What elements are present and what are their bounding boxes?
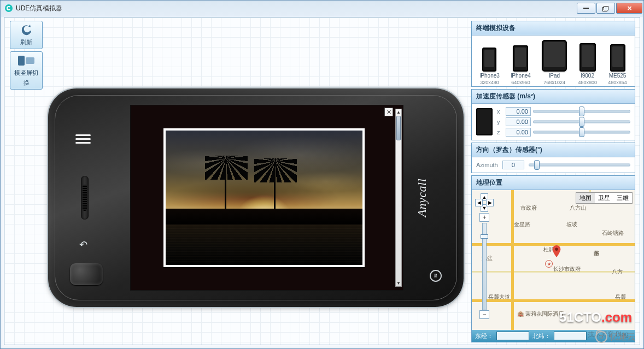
geo-pane: 地理位置 金星路 坡坡 石岭塘路 杜鹃路 泥盆 岳华路 岳麓大 xyxy=(471,175,635,342)
device-res: 480x800 xyxy=(578,80,597,85)
pan-right-button[interactable]: ▶ xyxy=(486,199,494,206)
map-pin-icon xyxy=(551,245,563,257)
lng-input[interactable] xyxy=(496,332,529,340)
map-label: 坡坡 xyxy=(566,221,577,228)
phone-icon xyxy=(482,48,496,72)
accel-y-slider[interactable] xyxy=(533,119,630,125)
accel-x-label: x xyxy=(497,108,504,115)
window-close-button[interactable]: ✕ xyxy=(616,3,642,14)
rotate-button[interactable]: 横竖屏切换 xyxy=(10,51,43,90)
device-i9002[interactable]: i9002480x800 xyxy=(578,43,597,85)
phone-screen[interactable]: ✕ ▲ ▼ xyxy=(130,105,403,291)
rotate-icon xyxy=(17,54,36,66)
device-res: 640x960 xyxy=(511,80,530,85)
zoom-out-button[interactable]: − xyxy=(479,310,489,319)
device-label: iPhone3 xyxy=(479,73,500,79)
accel-z-label: z xyxy=(497,129,504,135)
devices-title: 终端模拟设备 xyxy=(472,21,635,36)
compass-title: 方向（罗盘）传感器(°) xyxy=(472,143,635,157)
device-res: 320x480 xyxy=(480,80,499,85)
device-iphone4[interactable]: iPhone4640x960 xyxy=(511,45,531,85)
scroll-up-button[interactable]: ▲ xyxy=(396,109,401,115)
map-label: 八方 xyxy=(612,268,623,276)
map-type-tabs: 地图 卫星 三维 xyxy=(576,192,633,204)
phone-icon xyxy=(513,45,528,72)
zoom-in-button[interactable]: + xyxy=(479,213,489,222)
device-ipad[interactable]: iPad768x1024 xyxy=(542,40,567,85)
window-maximize-button[interactable] xyxy=(596,3,615,14)
window-minimize-button[interactable] xyxy=(577,3,595,14)
accel-z-slider[interactable] xyxy=(533,129,630,135)
svg-rect-1 xyxy=(26,57,34,64)
accel-x-value: 0.00 xyxy=(506,107,531,116)
scroll-thumb[interactable] xyxy=(396,116,401,140)
map-zoom-control: ▲ ▼ ◀ ▶ + − xyxy=(475,193,494,320)
titlebar: UDE仿真模拟器 ✕ xyxy=(1,1,643,16)
toolbar: 刷新 横竖屏切换 xyxy=(10,21,43,90)
phone-mock: ↶ Anycall ꖦ ✕ ▲ ▼ xyxy=(48,88,464,307)
compass-slider[interactable] xyxy=(529,162,630,168)
rotate-label: 横竖屏切换 xyxy=(14,69,38,86)
map-label: 🏨 茉莉花国际酒店 xyxy=(517,310,564,318)
lat-input[interactable] xyxy=(554,332,587,340)
svg-point-2 xyxy=(555,247,558,251)
geo-title: 地理位置 xyxy=(472,176,635,190)
phone-icon xyxy=(610,44,625,72)
map-label: 八方山 xyxy=(570,204,586,212)
accel-title: 加速度传感器 (m/s²) xyxy=(472,90,635,104)
compass-value: 0 xyxy=(502,161,524,169)
accel-y-value: 0.00 xyxy=(506,117,531,126)
map-tab-sat[interactable]: 卫星 xyxy=(595,193,613,203)
app-icon xyxy=(5,4,13,12)
accel-y-label: y xyxy=(497,119,504,125)
svg-rect-0 xyxy=(18,56,25,66)
map-canvas[interactable]: 金星路 坡坡 石岭塘路 杜鹃路 泥盆 岳华路 岳麓大道 岳麓 市政府 八方山 八… xyxy=(472,190,635,330)
lat-label: 北纬： xyxy=(532,332,551,340)
device-res: 480x854 xyxy=(608,80,627,85)
pan-left-button[interactable]: ◀ xyxy=(475,199,483,206)
device-label: iPad xyxy=(549,73,560,79)
phone-earpiece xyxy=(81,176,89,220)
scrollbar[interactable]: ▲ ▼ xyxy=(395,109,402,287)
zoom-slider[interactable] xyxy=(482,223,487,310)
app-window: UDE仿真模拟器 ✕ 刷新 横竖屏切换 ↶ Anycall ꖦ xyxy=(0,0,644,349)
refresh-label: 刷新 xyxy=(20,39,32,45)
accel-device-icon xyxy=(476,108,493,135)
accel-pane: 加速度传感器 (m/s²) x0.00 y0.00 z0.00 xyxy=(471,89,635,140)
map-label: 市政府 xyxy=(520,204,537,212)
map-tab-map[interactable]: 地图 xyxy=(576,193,595,203)
photo-close-button[interactable]: ✕ xyxy=(384,108,393,116)
map-tab-3d[interactable]: 三维 xyxy=(613,193,632,203)
device-label: iPhone4 xyxy=(511,73,531,79)
photo-preview xyxy=(163,128,365,267)
device-iphone3[interactable]: iPhone3320x480 xyxy=(479,48,500,85)
refresh-button[interactable]: 刷新 xyxy=(10,21,43,49)
device-label: i9002 xyxy=(581,73,594,79)
refresh-icon xyxy=(18,23,34,36)
right-panel: 终端模拟设备 iPhone3320x480 iPhone4640x960 iPa… xyxy=(471,21,635,342)
device-label: ME525 xyxy=(609,73,627,79)
compass-pane: 方向（罗盘）传感器(°) Azimuth 0 xyxy=(471,143,635,173)
map-label: 金星路 xyxy=(514,221,530,228)
map-label: 岳麓 xyxy=(615,293,626,301)
app-title: UDE仿真模拟器 xyxy=(16,4,62,13)
map-label: 石岭塘路 xyxy=(602,229,624,237)
devices-pane: 终端模拟设备 iPhone3320x480 iPhone4640x960 iPa… xyxy=(471,21,635,87)
tablet-icon xyxy=(542,40,567,72)
phone-back-button[interactable]: ↶ xyxy=(75,237,91,252)
accel-z-value: 0.00 xyxy=(506,128,531,137)
phone-icon xyxy=(579,43,596,72)
gov-marker-icon xyxy=(545,260,553,268)
workspace: 刷新 横竖屏切换 ↶ Anycall ꖦ ✕ xyxy=(4,17,640,345)
phone-menu-button[interactable] xyxy=(75,132,91,145)
accel-x-slider[interactable] xyxy=(533,108,630,115)
phone-home-button[interactable] xyxy=(70,263,103,285)
geo-footer: 东经： 北纬： xyxy=(472,330,635,342)
device-res: 768x1024 xyxy=(543,80,565,85)
lng-label: 东经： xyxy=(475,332,493,340)
phone-brand: Anycall xyxy=(415,179,430,217)
device-me525[interactable]: ME525480x854 xyxy=(608,44,627,85)
compass-label: Azimuth xyxy=(476,162,498,168)
scroll-down-button[interactable]: ▼ xyxy=(396,280,401,286)
phone-logo-icon: ꖦ xyxy=(430,270,442,282)
